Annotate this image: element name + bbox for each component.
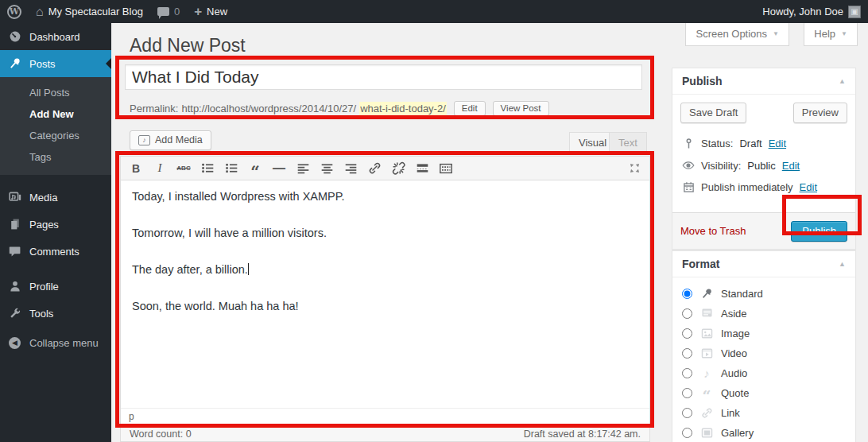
- howdy-text: Howdy, John Doe: [762, 6, 843, 17]
- format-label: Aside: [721, 308, 747, 320]
- edit-schedule-link[interactable]: Edit: [800, 181, 817, 193]
- sidebar-item-pages[interactable]: Pages: [0, 211, 111, 238]
- format-radio-image[interactable]: [682, 328, 692, 339]
- submenu-add-new[interactable]: Add New: [0, 103, 111, 125]
- sidebar-label: Comments: [29, 246, 79, 258]
- sidebar-item-posts[interactable]: Posts: [0, 50, 111, 77]
- sidebar-item-media[interactable]: Media: [0, 184, 111, 211]
- move-to-trash-link[interactable]: Move to Trash: [680, 225, 746, 237]
- italic-icon[interactable]: I: [151, 160, 169, 177]
- submenu-all-posts[interactable]: All Posts: [0, 82, 111, 103]
- format-panel-title: Format: [682, 258, 719, 270]
- publish-panel-body: Save Draft Preview Status: Draft Edit Vi…: [672, 95, 855, 206]
- comments-count: 0: [174, 6, 180, 17]
- pages-icon: [7, 218, 22, 231]
- wordpress-menu[interactable]: W: [0, 0, 29, 23]
- screen-options-label: Screen Options: [696, 28, 767, 40]
- sidebar-item-profile[interactable]: Profile: [0, 273, 111, 300]
- new-label: New: [207, 6, 227, 17]
- format-radio-link[interactable]: [682, 408, 692, 418]
- sidebar-item-dashboard[interactable]: Dashboard: [0, 23, 111, 50]
- status-label: Status:: [701, 138, 733, 149]
- format-option-image[interactable]: Image: [682, 324, 846, 343]
- align-right-icon[interactable]: [342, 160, 359, 177]
- save-draft-button[interactable]: Save Draft: [680, 103, 746, 123]
- format-panel-header[interactable]: Format ▲: [672, 251, 855, 277]
- insert-link-icon[interactable]: [366, 160, 383, 177]
- format-option-gallery[interactable]: Gallery: [682, 423, 846, 442]
- publish-panel-header[interactable]: Publish ▲: [672, 68, 855, 95]
- format-radio-audio[interactable]: [682, 368, 692, 378]
- distraction-free-icon[interactable]: [626, 160, 643, 177]
- format-quote-icon: “: [699, 387, 714, 400]
- format-radio-standard[interactable]: [682, 289, 692, 299]
- my-account-menu[interactable]: Howdy, John Doe ▣: [755, 6, 868, 18]
- edit-permalink-button[interactable]: Edit: [454, 101, 486, 116]
- add-media-label: Add Media: [155, 134, 203, 145]
- preview-button[interactable]: Preview: [793, 103, 847, 123]
- format-aside-icon: [699, 308, 714, 320]
- align-left-icon[interactable]: [294, 160, 312, 177]
- draft-saved-text: Draft saved at 8:17:42 am.: [524, 428, 641, 440]
- edit-status-link[interactable]: Edit: [769, 138, 786, 149]
- sidebar-label: Media: [29, 192, 57, 204]
- site-link[interactable]: ⌂ My Spectacular Blog: [29, 0, 150, 23]
- comments-bubble-link[interactable]: 0: [150, 0, 187, 23]
- edit-visibility-link[interactable]: Edit: [782, 160, 800, 172]
- new-content-menu[interactable]: + New: [187, 0, 234, 23]
- format-radio-aside[interactable]: [682, 308, 692, 319]
- view-post-button[interactable]: View Post: [493, 101, 549, 116]
- post-status-pin-icon: [682, 138, 695, 149]
- tab-text[interactable]: Text: [609, 132, 647, 153]
- format-link-icon: [699, 407, 714, 419]
- bold-icon[interactable]: B: [127, 160, 145, 177]
- strikethrough-icon[interactable]: ABC: [175, 160, 192, 177]
- submenu-categories[interactable]: Categories: [0, 125, 111, 146]
- element-path[interactable]: p: [129, 411, 134, 422]
- format-radio-gallery[interactable]: [682, 428, 692, 438]
- numbered-list-icon[interactable]: [223, 160, 240, 177]
- format-label: Gallery: [721, 427, 754, 439]
- align-center-icon[interactable]: [318, 160, 335, 177]
- publish-button[interactable]: Publish: [791, 221, 847, 242]
- format-label: Video: [721, 347, 747, 359]
- post-title-input[interactable]: [125, 64, 642, 90]
- format-option-aside[interactable]: Aside: [682, 304, 846, 324]
- format-radio-quote[interactable]: [682, 388, 692, 398]
- format-option-link[interactable]: Link: [682, 403, 846, 423]
- toolbar-toggle-icon[interactable]: [437, 160, 455, 177]
- sidebar-label: Profile: [29, 281, 59, 293]
- editor-content-area[interactable]: Today, I installed Wordpress with XAMPP.…: [121, 180, 649, 408]
- format-radio-video[interactable]: [682, 348, 692, 359]
- format-label: Link: [721, 407, 740, 419]
- format-option-quote[interactable]: “ Quote: [682, 383, 846, 403]
- bulleted-list-icon[interactable]: [199, 160, 216, 177]
- sidebar-item-tools[interactable]: Tools: [0, 300, 111, 327]
- screen-options-tab[interactable]: Screen Options ▼: [685, 23, 789, 46]
- help-tab[interactable]: Help ▼: [804, 23, 858, 46]
- permalink-slug[interactable]: what-i-did-today-2/: [359, 102, 447, 115]
- blockquote-icon[interactable]: “: [246, 160, 264, 177]
- insert-more-tag-icon[interactable]: [413, 160, 431, 177]
- horizontal-rule-icon[interactable]: —: [270, 160, 288, 177]
- add-media-button[interactable]: ♪ Add Media: [130, 130, 211, 150]
- user-avatar: ▣: [848, 6, 861, 18]
- chevron-down-icon: ▼: [841, 30, 847, 37]
- submenu-tags[interactable]: Tags: [0, 146, 111, 168]
- tools-wrench-icon: [7, 307, 22, 320]
- editor-toolbar: B I ABC “ —: [121, 157, 649, 180]
- media-icon: [7, 191, 22, 204]
- format-option-video[interactable]: Video: [682, 343, 846, 363]
- status-value: Draft: [739, 138, 761, 149]
- sidebar-label: Posts: [29, 58, 56, 70]
- sidebar-item-collapse-menu[interactable]: ◀ Collapse menu: [0, 330, 111, 356]
- sidebar-item-comments[interactable]: Comments: [0, 238, 111, 265]
- remove-link-icon[interactable]: [389, 160, 407, 177]
- format-option-audio[interactable]: ♪ Audio: [682, 363, 846, 383]
- add-media-icon: ♪: [138, 135, 150, 145]
- format-option-standard[interactable]: Standard: [682, 284, 846, 304]
- panel-toggle-icon[interactable]: ▲: [839, 77, 846, 85]
- panel-toggle-icon[interactable]: ▲: [839, 260, 846, 268]
- format-label: Audio: [721, 367, 747, 379]
- format-label: Standard: [721, 288, 763, 300]
